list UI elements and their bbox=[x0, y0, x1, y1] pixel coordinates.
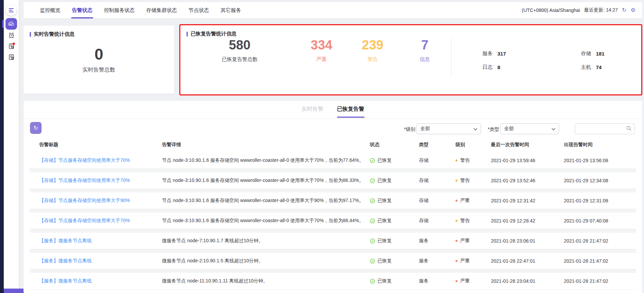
alert-level: 严重 bbox=[455, 258, 491, 264]
alert-level: 严重 bbox=[455, 278, 491, 284]
alert-level: 严重 bbox=[455, 198, 491, 204]
col-last-alert-time: 最后一次告警时间 bbox=[491, 142, 564, 148]
first-alert-time: 2021-01-29 12:31:08 bbox=[564, 198, 636, 203]
tab-alert-status[interactable]: 告警状态 bbox=[71, 2, 93, 18]
col-alert-title: 告警标题 bbox=[39, 142, 162, 148]
alert-title-link[interactable]: 【服务】微服务节点离线 bbox=[39, 258, 162, 264]
last-alert-time: 2021-01-29 13:52:46 bbox=[491, 178, 564, 183]
first-alert-time: 2021-01-28 21:47:02 bbox=[564, 258, 636, 264]
alert-level: 警告 bbox=[455, 178, 491, 184]
last-alert-time: 2021-01-28 23:04:01 bbox=[491, 278, 564, 284]
first-alert-time: 2021-01-29 07:40:08 bbox=[564, 218, 636, 223]
realtime-alerts-card: 实时告警统计信息 0 实时告警总数 bbox=[24, 26, 174, 94]
alert-detail: 节点 node-3:10.90.1.6 服务存储空间 wwwroller-coa… bbox=[162, 157, 370, 164]
search-input[interactable] bbox=[578, 126, 626, 132]
category-service: 服务 317 bbox=[482, 50, 581, 57]
menu-icon bbox=[9, 8, 14, 9]
status-badge: 已恢复 bbox=[370, 238, 419, 244]
chevron-down-icon bbox=[474, 126, 477, 132]
search-box bbox=[575, 123, 635, 134]
alert-title-link[interactable]: 【服务】微服务节点离线 bbox=[39, 278, 162, 284]
table-row: 【存储】节点服务存储空间使用率大于70% 节点 node-3:10.90.1.6… bbox=[30, 172, 636, 189]
status-badge: 已恢复 bbox=[370, 198, 419, 204]
first-alert-time: 2021-01-28 21:47:02 bbox=[564, 238, 636, 244]
alert-rows: 【存储】节点服务存储空间使用率大于70% 节点 node-3:10.90.1.6… bbox=[30, 152, 636, 289]
alerts-table-card: 实时告警 已恢复告警 ↻ *级别 全部 *类型 全部 bbox=[24, 101, 642, 293]
alert-title-link[interactable]: 【存储】节点服务存储空间使用率大于70% bbox=[39, 218, 162, 224]
status-badge: 已恢复 bbox=[370, 178, 419, 184]
alert-title-link[interactable]: 【存储】节点服务存储空间使用率大于90% bbox=[39, 198, 162, 204]
tab-storage-cluster-status[interactable]: 存储集群状态 bbox=[146, 2, 178, 18]
alert-title-link[interactable]: 【服务】微服务节点离线 bbox=[39, 238, 162, 244]
table-row: 【存储】节点服务存储空间使用率大于70% 节点 node-3:10.90.1.6… bbox=[30, 152, 636, 169]
level-dot-icon bbox=[455, 280, 458, 282]
status-badge: 已恢复 bbox=[370, 278, 419, 284]
level-dot-icon bbox=[455, 260, 458, 262]
last-alert-time: 2021-01-29 13:59:46 bbox=[491, 158, 564, 163]
table-row: 【服务】微服务节点离线 微服务节点 node-7:10.90.1.7 离线超过1… bbox=[30, 233, 636, 249]
sidebar-item-alarms[interactable] bbox=[7, 31, 15, 39]
history-doc-icon bbox=[8, 53, 15, 61]
table-refresh-button[interactable]: ↻ bbox=[30, 122, 42, 134]
last-alert-time: 2021-01-29 12:31:42 bbox=[491, 198, 564, 203]
alert-type: 服务 bbox=[419, 278, 455, 284]
alert-detail: 节点 node-3:10.90.1.6 服务存储空间 wwwroller-coa… bbox=[162, 198, 370, 204]
alert-title-link[interactable]: 【存储】节点服务存储空间使用率大于70% bbox=[39, 157, 162, 164]
col-status: 状态 bbox=[370, 142, 419, 148]
type-select[interactable]: 全部 bbox=[500, 123, 559, 134]
tab-recovered-alerts[interactable]: 已恢复告警 bbox=[337, 106, 364, 118]
level-filter-label: *级别 bbox=[404, 126, 415, 133]
table-header: 告警标题 告警详情 状态 类型 级别 最后一次告警时间 出现告警时间 bbox=[30, 141, 636, 149]
alert-detail: 微服务节点 node-7:10.90.1.7 离线超过10分钟。 bbox=[162, 238, 370, 244]
level-dot-icon bbox=[455, 159, 458, 161]
alert-type: 存储 bbox=[419, 198, 455, 204]
col-level: 级别 bbox=[455, 142, 491, 148]
alerts-tabs: 实时告警 已恢复告警 bbox=[24, 106, 642, 118]
left-rail bbox=[0, 0, 4, 293]
tab-control-service-status[interactable]: 控制服务状态 bbox=[103, 2, 135, 18]
chevron-down-icon bbox=[552, 126, 555, 132]
category-storage: 存储 181 bbox=[581, 50, 644, 57]
table-row: 【存储】节点服务存储空间使用率大于70% 节点 node-3:10.90.1.6… bbox=[30, 213, 636, 229]
first-alert-time: 2021-01-29 13:56:08 bbox=[564, 158, 636, 163]
last-update-label: 最近更新: 14:27 bbox=[584, 7, 618, 13]
category-log: 日志 8 bbox=[482, 64, 581, 71]
sidebar-item-history[interactable] bbox=[7, 53, 15, 61]
table-row: 【存储】节点服务存储空间使用率大于90% 节点 node-3:10.90.1.6… bbox=[30, 192, 636, 209]
cloud-monitor-icon bbox=[8, 20, 15, 28]
alert-level: 严重 bbox=[455, 238, 491, 244]
title-marker bbox=[186, 32, 188, 36]
notification-dot bbox=[13, 43, 15, 45]
search-icon[interactable] bbox=[626, 126, 631, 132]
alert-title-link[interactable]: 【存储】节点服务存储空间使用率大于70% bbox=[39, 178, 162, 184]
tab-monitor-overview[interactable]: 监控概览 bbox=[39, 2, 61, 18]
check-circle-icon bbox=[370, 279, 375, 284]
realtime-card-title: 实时告警统计信息 bbox=[34, 31, 75, 37]
refresh-icon[interactable]: ↻ bbox=[622, 7, 626, 13]
active-item-indicator bbox=[2, 20, 4, 28]
refresh-icon: ↻ bbox=[33, 125, 38, 131]
last-alert-time: 2021-01-29 12:28:42 bbox=[491, 218, 564, 223]
gear-icon[interactable]: ⚙ bbox=[631, 7, 635, 13]
timezone-label: (UTC+0800) Asia/Shanghai bbox=[522, 7, 580, 13]
level-dot-icon bbox=[455, 220, 458, 222]
realtime-total-value: 0 bbox=[94, 46, 103, 63]
menu-toggle-button[interactable] bbox=[6, 5, 17, 16]
tab-other-services[interactable]: 其它服务 bbox=[220, 2, 242, 18]
check-circle-icon bbox=[370, 238, 375, 244]
check-circle-icon bbox=[370, 259, 375, 264]
alert-level: 警告 bbox=[455, 218, 491, 224]
status-badge: 已恢复 bbox=[370, 218, 419, 224]
level-dot-icon bbox=[455, 180, 458, 182]
tab-node-status[interactable]: 节点状态 bbox=[188, 2, 210, 18]
last-alert-time: 2021-01-28 23:06:01 bbox=[491, 238, 564, 244]
dashboard-page: 监控概览 告警状态 控制服务状态 存储集群状态 节点状态 其它服务 (UTC+0… bbox=[0, 0, 644, 293]
tab-realtime-alerts[interactable]: 实时告警 bbox=[302, 106, 324, 118]
type-filter-label: *类型 bbox=[488, 126, 499, 133]
check-circle-icon bbox=[370, 218, 375, 223]
realtime-total-label: 实时告警总数 bbox=[83, 66, 115, 74]
alert-detail: 节点 node-3:10.90.1.6 服务存储空间 wwwroller-coa… bbox=[162, 218, 370, 224]
sidebar-item-monitor[interactable] bbox=[5, 18, 17, 30]
tabs-divider-line bbox=[24, 119, 642, 119]
level-select[interactable]: 全部 bbox=[417, 123, 481, 134]
